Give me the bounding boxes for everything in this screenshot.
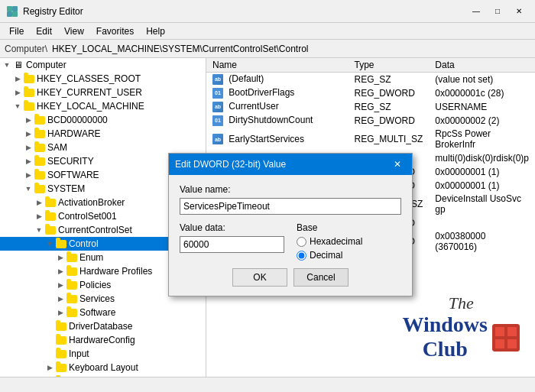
reg-data: 0x00380000 (3670016) (429, 230, 535, 254)
folder-icon (34, 169, 46, 181)
reg-type: REG_DWORD (349, 114, 430, 128)
tree-hardware[interactable]: ▶ HARDWARE (0, 127, 206, 141)
folder-icon (55, 375, 67, 377)
tree-maps[interactable]: Maps (0, 374, 206, 377)
tree-label-controlset001: ControlSet001 (58, 211, 117, 222)
folder-icon (66, 293, 78, 305)
col-header-name: Name (206, 58, 349, 73)
tree-label-maps: Maps (69, 376, 91, 377)
radio-hexadecimal[interactable]: Hexadecimal (297, 236, 401, 247)
dialog-close-button[interactable]: ✕ (389, 157, 406, 172)
table-row[interactable]: ab CurrentUser REG_SZ USERNAME (206, 100, 535, 114)
expand-icon: ▶ (55, 307, 66, 318)
computer-icon: 🖥 (12, 59, 24, 71)
tree-label-bcd: BCD00000000 (47, 115, 108, 125)
expand-icon: ▼ (23, 183, 34, 194)
table-row[interactable]: ab EarlyStartServices REG_MULTI_SZ RpcSs… (206, 128, 535, 151)
expand-icon: ▶ (34, 197, 44, 208)
app-title: Registry Editor (23, 6, 83, 17)
folder-icon (44, 210, 57, 222)
radio-decimal[interactable]: Decimal (297, 250, 401, 261)
folder-icon (66, 306, 78, 319)
cancel-button[interactable]: Cancel (293, 268, 349, 287)
expand-icon: ▼ (34, 225, 44, 235)
folder-icon (23, 86, 35, 99)
maximize-button[interactable]: □ (488, 3, 507, 20)
expand-icon: ▶ (44, 362, 55, 373)
no-expand-icon (44, 348, 55, 359)
reg-value-icon: 01 (212, 115, 223, 126)
table-row[interactable]: 01 BootDriverFlags REG_DWORD 0x0000001c … (206, 86, 535, 100)
folder-icon (34, 155, 46, 167)
registry-editor-icon (6, 5, 18, 18)
radio-hexadecimal-input[interactable] (297, 237, 306, 247)
tree-label-control: Control (69, 238, 99, 249)
tree-label-software-ccs: Software (79, 307, 115, 318)
value-name-input[interactable] (180, 198, 401, 215)
tree-label-keyboard-layout: Keyboard Layout (69, 362, 138, 373)
expand-icon: ▶ (55, 293, 66, 304)
expand-icon: ▶ (23, 170, 34, 180)
menu-favorites[interactable]: Favorites (90, 24, 140, 38)
reg-type: REG_DWORD (349, 86, 430, 100)
dialog-body: Value name: Value data: Base Hexadecimal (169, 175, 412, 296)
dialog-title-bar: Edit DWORD (32-bit) Value ✕ (169, 154, 412, 175)
tree-software-ccs[interactable]: ▶ Software (0, 306, 206, 319)
expand-icon: ▶ (55, 280, 66, 290)
close-button[interactable]: ✕ (509, 3, 529, 20)
folder-icon (34, 114, 46, 126)
folder-icon (44, 224, 57, 236)
tree-label-security: SECURITY (47, 156, 94, 167)
expand-icon: ▶ (23, 115, 34, 125)
folder-open-icon (55, 238, 67, 250)
folder-icon (55, 361, 67, 374)
tree-input[interactable]: Input (0, 347, 206, 361)
address-value: HKEY_LOCAL_MACHINE\SYSTEM\CurrentControl… (52, 44, 308, 54)
tree-keyboard-layout[interactable]: ▶ Keyboard Layout (0, 361, 206, 374)
table-row[interactable]: ab (Default) REG_SZ (value not set) (206, 73, 535, 86)
title-bar: Registry Editor — □ ✕ (0, 0, 535, 23)
menu-file[interactable]: File (3, 24, 30, 38)
tree-bcd[interactable]: ▶ BCD00000000 (0, 113, 206, 127)
minimize-button[interactable]: — (466, 3, 486, 20)
folder-icon (44, 196, 57, 209)
address-bar: Computer\ HKEY_LOCAL_MACHINE\SYSTEM\Curr… (0, 40, 535, 58)
folder-icon (66, 251, 78, 264)
reg-type: REG_SZ (349, 100, 430, 114)
tree-hkcr[interactable]: ▶ HKEY_CLASSES_ROOT (0, 72, 206, 86)
tree-label-hkcr: HKEY_CLASSES_ROOT (37, 73, 141, 84)
menu-view[interactable]: View (58, 24, 90, 38)
menu-help[interactable]: Help (140, 24, 171, 38)
tree-driverdatabase[interactable]: DriverDatabase (0, 319, 206, 333)
tree-label-currentcontrolset: CurrentControlSet (58, 225, 132, 235)
radio-decimal-label: Decimal (310, 250, 342, 261)
edit-dword-dialog[interactable]: Edit DWORD (32-bit) Value ✕ Value name: … (168, 153, 413, 296)
tree-hardwareconfig[interactable]: HardwareConfig (0, 333, 206, 347)
tree-label-system: SYSTEM (47, 183, 85, 194)
base-label: Base (297, 222, 401, 233)
no-expand-icon (44, 376, 55, 377)
expand-icon: ▼ (12, 101, 23, 112)
tree-label-hardware: HARDWARE (47, 128, 101, 139)
tree-label-hardwareconfig: HardwareConfig (69, 335, 135, 345)
radio-decimal-input[interactable] (297, 251, 306, 261)
svg-rect-0 (7, 6, 12, 11)
table-row[interactable]: 01 DirtyShutdownCount REG_DWORD 0x000000… (206, 114, 535, 128)
tree-label-software-hklm: SOFTWARE (47, 170, 99, 180)
tree-label-policies: Policies (79, 280, 111, 290)
tree-hklm[interactable]: ▼ HKEY_LOCAL_MACHINE (0, 99, 206, 113)
tree-computer[interactable]: ▼ 🖥 Computer (0, 58, 206, 72)
expand-icon: ▶ (23, 156, 34, 167)
expand-icon: ▶ (12, 73, 23, 84)
value-name-label: Value name: (180, 184, 401, 195)
value-data-input[interactable] (180, 236, 284, 253)
ok-button[interactable]: OK (232, 268, 287, 287)
expand-icon: ▼ (44, 238, 55, 249)
reg-type: REG_SZ (349, 73, 430, 86)
value-data-label: Value data: (180, 222, 284, 233)
folder-icon (55, 334, 67, 346)
menu-edit[interactable]: Edit (30, 24, 58, 38)
tree-hkcu[interactable]: ▶ HKEY_CURRENT_USER (0, 86, 206, 99)
expand-icon: ▶ (34, 211, 44, 222)
tree-label-hardware-profiles: Hardware Profiles (79, 266, 152, 277)
